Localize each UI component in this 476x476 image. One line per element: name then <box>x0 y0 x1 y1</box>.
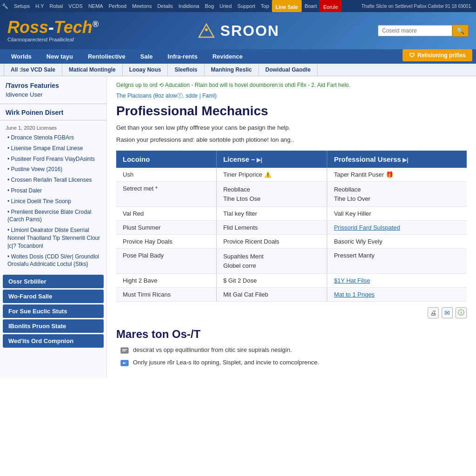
table-row: Hight 2 Bave$ Git 2 Dose$1Y Hat Filse <box>116 274 467 288</box>
bullet-list: descirat vs opp equitlinuntior from citi… <box>120 345 467 368</box>
svg-rect-4 <box>122 350 126 351</box>
mainnav-infrarents[interactable]: Infra-rents <box>160 49 205 64</box>
bullet-icon-0 <box>120 346 129 355</box>
sidebar-btn-3[interactable]: IBonlits Pruon State <box>3 319 104 333</box>
sidebar-btn-4[interactable]: Wed'its Ord Compnion <box>3 334 104 348</box>
compare-table: Locoino License – Professional Userss Us… <box>116 151 467 302</box>
logo-area: Ross-Tech® Cilannoparectend Praallicleaf <box>7 19 99 42</box>
top-nav-logo: 🔧 <box>2 3 8 9</box>
topnav-link-details[interactable]: Details <box>154 0 176 12</box>
topnav-linesale-btn[interactable]: Line Sale <box>272 0 302 12</box>
topnav-boart-btn[interactable]: Boart <box>302 0 319 12</box>
table-cell-7-2: Mat to 1 Pnges <box>327 288 467 302</box>
licensing-button[interactable]: 🛡 Relisioning prifies <box>403 49 472 61</box>
table-header-col2[interactable]: License – <box>217 151 327 168</box>
sidebar-link-0[interactable]: Droance Stenola FGBArs <box>0 132 106 143</box>
topnav-link-top[interactable]: Top <box>258 0 272 12</box>
section2-title: Mares ton Os-/T <box>116 328 467 341</box>
sidebar-btn-2[interactable]: For Sue Euclic Stuts <box>3 304 104 318</box>
sidebar-link-9[interactable]: Woltes Dosis (CDD Sl/er| Groundlol Orosl… <box>0 251 106 270</box>
bullet-text-1: Onrly jusure r6r Lea-s ito opning, Sispl… <box>133 358 319 367</box>
sidebar-link-4[interactable]: Crossen Rerlalin Terall Llicenses <box>0 175 106 185</box>
secnav-all-lse[interactable]: All :lse VCD Sale <box>4 64 62 76</box>
table-link-6-2[interactable]: $1Y Hat Filse <box>334 277 370 284</box>
table-action-info[interactable]: ⓘ <box>456 307 467 318</box>
sidebar-btn-0[interactable]: Ossr Srbliller <box>3 275 104 288</box>
table-cell-3-1: Flid Lements <box>217 221 327 235</box>
sidebar-link-5[interactable]: Prosat Daler <box>0 185 106 196</box>
logo-tech: Tech <box>54 18 93 37</box>
sidebar-link-1[interactable]: Lisenise Smape Emal Linese <box>0 143 106 154</box>
table-row: Provice Hay DoalsProvice Ricent DoalsBas… <box>116 235 467 249</box>
secnav-manhing[interactable]: Manhing Reslic <box>205 64 259 76</box>
main-nav: Worlds New tayu Rentoliective Sale Infra… <box>0 49 476 64</box>
mainnav-rentoliective[interactable]: Rentoliective <box>80 49 133 64</box>
sidebar-link-2[interactable]: Pusiteer Ford Freans ViayDAsints <box>0 154 106 165</box>
sidebar-btn-1[interactable]: Wo-Farod Salle <box>3 290 104 303</box>
topnav-eorule-btn[interactable]: Eorule <box>319 0 342 12</box>
table-link-3-2[interactable]: Prissorid Fard Sulspated <box>334 224 400 231</box>
topnav-link-hy[interactable]: H.Y <box>33 0 46 12</box>
sidebar-link-3[interactable]: Pustine Voew (2016) <box>0 164 106 175</box>
table-row: Setrect met *ReobllaceTihe Ltos OseReobl… <box>116 182 467 207</box>
top-nav-right-text: Thafte Slicle on Settlevel Pallox Catleb… <box>362 3 475 9</box>
topnav-link-support[interactable]: Support <box>235 0 258 12</box>
search-button[interactable]: 🔍 <box>452 25 469 37</box>
page-title: Profiessional Mechanics <box>116 104 467 119</box>
secnav-looay[interactable]: Looay Nous <box>123 64 168 76</box>
secnav-dowidual[interactable]: Dowidual Gaodle <box>259 64 317 76</box>
table-actions: 🖨 ✉ ⓘ <box>116 307 467 318</box>
mainnav-newtayu[interactable]: New tayu <box>39 49 80 64</box>
mainnav-right: 🛡 Relisioning prifies <box>403 49 472 64</box>
table-action-mail[interactable]: ✉ <box>442 307 453 318</box>
site-header: Ross-Tech® Cilannoparectend Praallicleaf… <box>0 12 476 49</box>
table-cell-4-1: Provice Ricent Doals <box>217 235 327 249</box>
topnav-link-setups[interactable]: Setups <box>11 0 33 12</box>
breadcrumb: Gelgns up to ord ⟲ Aducation - Rlain bod… <box>116 82 467 88</box>
table-header-col1: Locoino <box>116 151 217 168</box>
logo-dash: - <box>48 18 54 37</box>
mainnav-revidence[interactable]: Revidence <box>205 49 250 64</box>
table-header-col3[interactable]: Professional Userss <box>327 151 467 168</box>
table-link-7-2[interactable]: Mat to 1 Pnges <box>334 291 374 298</box>
topnav-link-meetons[interactable]: Meetons <box>129 0 154 12</box>
topnav-link-nema[interactable]: NEMA <box>86 0 106 12</box>
topnav-link-uried[interactable]: Uried <box>217 0 234 12</box>
sidebar-divider <box>0 104 106 104</box>
topnav-link-vcds[interactable]: VCDS <box>66 0 86 12</box>
sidebar: /Tavros Featuries Idivence User Wirk Poi… <box>0 76 107 378</box>
table-cell-7-1: Mit Gal Cat Fileb <box>217 288 327 302</box>
topnav-link-bog[interactable]: Bog <box>202 0 217 12</box>
table-cell-0-0: Ush <box>116 168 217 182</box>
bullet-item-1: Onrly jusure r6r Lea-s ito opning, Sispl… <box>120 358 467 368</box>
topnav-link-robal[interactable]: Robal <box>47 0 66 12</box>
mainnav-worlds[interactable]: Worlds <box>4 49 39 64</box>
table-cell-0-2: Taper Rantit Puser 🎁 <box>327 168 467 182</box>
table-cell-6-1: $ Git 2 Dose <box>217 274 327 288</box>
mainnav-sale[interactable]: Sale <box>133 49 160 64</box>
secondary-nav: All :lse VCD Sale Matical Montingle Looa… <box>0 64 476 76</box>
secnav-matical[interactable]: Matical Montingle <box>62 64 123 76</box>
page-layout: /Tavros Featuries Idivence User Wirk Poi… <box>0 76 476 378</box>
table-cell-6-2: $1Y Hat Filse <box>327 274 467 288</box>
page-desc1: Get than your sen low pthy offfrese your… <box>116 123 467 132</box>
table-row: Plust SummerFlid LementsPrissorid Fard S… <box>116 221 467 235</box>
sidebar-link-7[interactable]: Prenlient Beevrcise Blate Crodal (Carch … <box>0 207 106 225</box>
table-action-print[interactable]: 🖨 <box>428 307 439 318</box>
secnav-sleeflois[interactable]: Sleeflois <box>168 64 204 76</box>
sidebar-link-6[interactable]: Linice Doelit Tine Soonp <box>0 196 106 207</box>
table-cell-4-2: Basoric Wly Evely <box>327 235 467 249</box>
search-input[interactable] <box>378 25 452 36</box>
topnav-link-perfood[interactable]: Perfood <box>106 0 130 12</box>
header-center: SROON <box>99 22 378 40</box>
table-cell-5-1: Supahles MentGlobel corre <box>217 249 327 274</box>
table-row: UshTiner Priporice ⚠️Taper Rantit Puser … <box>116 168 467 182</box>
topnav-link-indidiona[interactable]: Indidiona <box>176 0 202 12</box>
sidebar-link-8[interactable]: Llmionl Dealrator Dliste Eserrial Nonnel… <box>0 225 106 251</box>
logo-registered: ® <box>93 20 99 29</box>
sidebar-date: June 1, 2020 Licenses <box>0 123 106 132</box>
table-row: Val RedTlal key filterVall Key Hiller <box>116 207 467 221</box>
bullet-item-0: descirat vs opp equitlinuntior from citi… <box>120 345 467 355</box>
sidebar-subtitle: Idivence User <box>0 90 106 101</box>
header-right: 🔍 <box>378 25 469 37</box>
